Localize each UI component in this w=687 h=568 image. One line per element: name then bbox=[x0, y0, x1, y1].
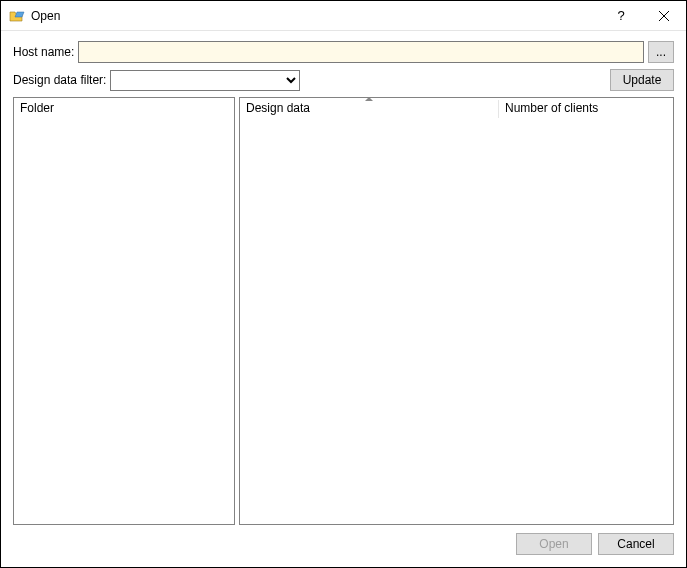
design-data-list[interactable] bbox=[240, 120, 673, 524]
hostname-row: Host name: ... bbox=[13, 41, 674, 63]
design-data-panel-header: Design data Number of clients bbox=[240, 98, 673, 120]
hostname-input[interactable] bbox=[78, 41, 644, 63]
filter-row: Design data filter: Update bbox=[13, 69, 674, 91]
folder-panel: Folder bbox=[13, 97, 235, 525]
help-icon: ? bbox=[617, 8, 624, 23]
clients-column-header[interactable]: Number of clients bbox=[499, 98, 673, 120]
filter-select[interactable] bbox=[110, 70, 300, 91]
filter-label: Design data filter: bbox=[13, 73, 106, 87]
design-data-panel: Design data Number of clients bbox=[239, 97, 674, 525]
close-icon bbox=[659, 11, 669, 21]
titlebar: Open ? bbox=[1, 1, 686, 31]
close-button[interactable] bbox=[641, 1, 686, 30]
footer: Open Cancel bbox=[13, 531, 674, 555]
panels: Folder Design data Number of clients bbox=[13, 97, 674, 525]
ellipsis-icon: ... bbox=[656, 45, 666, 59]
open-dialog: Open ? Host name: ... Design data filter… bbox=[0, 0, 687, 568]
window-title: Open bbox=[31, 9, 601, 23]
update-button[interactable]: Update bbox=[610, 69, 674, 91]
folder-column-header[interactable]: Folder bbox=[14, 98, 234, 120]
dialog-content: Host name: ... Design data filter: Updat… bbox=[1, 31, 686, 567]
folder-panel-header: Folder bbox=[14, 98, 234, 120]
help-button[interactable]: ? bbox=[601, 1, 641, 30]
titlebar-controls: ? bbox=[601, 1, 686, 30]
folder-list[interactable] bbox=[14, 120, 234, 524]
browse-button[interactable]: ... bbox=[648, 41, 674, 63]
design-data-column-header[interactable]: Design data bbox=[240, 98, 498, 120]
hostname-label: Host name: bbox=[13, 45, 74, 59]
cancel-button[interactable]: Cancel bbox=[598, 533, 674, 555]
app-icon bbox=[9, 8, 25, 24]
open-button[interactable]: Open bbox=[516, 533, 592, 555]
